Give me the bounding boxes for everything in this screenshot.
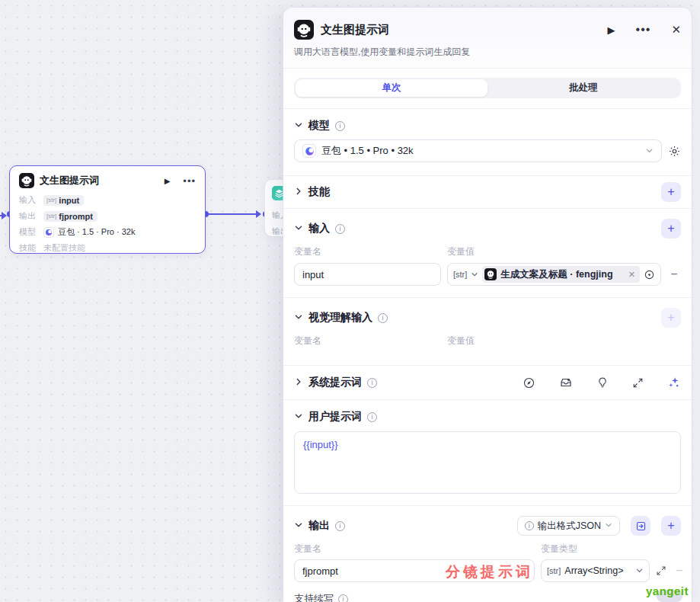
output-type-select[interactable]: [str] Array<String> <box>541 559 650 582</box>
system-prompt-section-title: 系统提示词 <box>308 376 362 389</box>
chevron-down-icon[interactable] <box>294 311 303 325</box>
info-icon: i <box>367 378 377 388</box>
output-name-field[interactable]: fjprompt <box>294 559 535 582</box>
output-format-label: 输出格式JSON <box>538 520 601 533</box>
chevron-down-icon <box>645 144 654 158</box>
col-variable-name: 变量名 <box>294 543 541 556</box>
mode-tabs: 单次 批处理 <box>294 78 681 98</box>
expand-icon[interactable] <box>656 565 666 576</box>
info-icon: i <box>335 224 345 234</box>
input-name-field[interactable]: input <box>294 263 441 286</box>
add-input-button[interactable]: + <box>661 219 681 239</box>
llm-node-card[interactable]: 文生图提示词 ▶ ••• 输入 [str]input 输出 [str]fjpro… <box>9 165 206 254</box>
chevron-down-icon[interactable] <box>294 119 303 133</box>
col-variable-name: 变量名 <box>294 335 447 347</box>
col-variable-value: 变量值 <box>447 335 475 347</box>
node-row-label: 输入 <box>19 194 37 206</box>
node-input-chip: [str]input <box>43 195 84 206</box>
chevron-right-icon[interactable] <box>294 376 303 389</box>
output-section-title: 输出 <box>308 519 330 533</box>
tab-batch[interactable]: 批处理 <box>487 79 679 97</box>
vision-input-section-title: 视觉理解输入 <box>308 311 372 325</box>
continuation-label: 支持续写 <box>294 592 334 602</box>
node-config-panel: 文生图提示词 ▶ ••• ✕ 调用大语言模型,使用变量和提示词生成回复 单次 批… <box>283 8 692 602</box>
model-settings-gear-icon[interactable] <box>668 145 681 158</box>
node-run-button[interactable]: ▶ <box>165 177 171 185</box>
node-row-label: 模型 <box>19 226 37 238</box>
panel-close-button[interactable]: ✕ <box>671 23 681 37</box>
node-more-button[interactable]: ••• <box>183 175 196 187</box>
model-select[interactable]: 豆包 • 1.5 • Pro • 32k <box>294 139 662 162</box>
input-value-selector[interactable]: [str] 生成文案及标题 · fengjing ✕ <box>447 263 661 286</box>
template-library-icon[interactable] <box>559 376 573 389</box>
chevron-right-icon[interactable] <box>294 185 303 199</box>
bot-icon <box>19 173 34 188</box>
type-tag: [str] <box>453 270 467 279</box>
model-name: 豆包 • 1.5 • Pro • 32k <box>321 144 640 158</box>
chevron-down-icon[interactable] <box>294 519 303 533</box>
bot-icon <box>294 20 314 40</box>
lightbulb-icon[interactable] <box>596 376 609 389</box>
tab-single[interactable]: 单次 <box>296 79 487 97</box>
input-section-title: 输入 <box>308 222 330 235</box>
output-format-select[interactable]: i 输出格式JSON <box>517 516 620 536</box>
ai-optimize-sparkle-icon[interactable] <box>667 376 681 389</box>
watermark-text: yangeit <box>646 584 689 597</box>
skills-section-title: 技能 <box>308 185 330 199</box>
chevron-down-icon <box>635 564 644 578</box>
node-row-label: 技能 <box>19 242 37 254</box>
info-icon: i <box>367 412 377 422</box>
user-prompt-section-title: 用户提示词 <box>308 410 362 424</box>
run-node-button[interactable]: ▶ <box>608 24 615 36</box>
col-variable-type: 变量类型 <box>541 543 577 556</box>
info-icon: i <box>335 121 345 131</box>
chevron-down-icon <box>471 267 478 281</box>
remove-output-row-button[interactable]: − <box>673 564 686 578</box>
expand-icon[interactable] <box>632 377 644 389</box>
node-skills-value: 未配置技能 <box>43 242 85 254</box>
node-row-label: 输出 <box>19 210 37 222</box>
info-icon: i <box>335 521 345 531</box>
add-output-button[interactable]: + <box>661 516 681 536</box>
panel-subtitle: 调用大语言模型,使用变量和提示词生成回复 <box>283 43 692 68</box>
info-icon: i <box>378 313 388 323</box>
edge-node1-node2 <box>209 213 257 215</box>
import-output-icon[interactable] <box>631 516 650 536</box>
node-model-value: 豆包 · 1.5 · Pro · 32k <box>43 226 135 238</box>
chevron-down-icon[interactable] <box>294 410 303 424</box>
type-tag: [str] <box>547 566 561 575</box>
locate-reference-icon[interactable] <box>644 269 655 280</box>
panel-title: 文生图提示词 <box>321 23 601 37</box>
user-prompt-editor[interactable]: {{input}} <box>294 431 681 494</box>
model-section-title: 模型 <box>308 119 330 133</box>
col-variable-name: 变量名 <box>294 245 447 258</box>
variable-reference-chip[interactable]: 生成文案及标题 · fengjing ✕ <box>482 266 640 283</box>
doubao-logo-icon <box>43 227 54 238</box>
output-type-value: Array<String> <box>564 565 631 576</box>
col-variable-value: 变量值 <box>447 245 475 258</box>
doubao-logo-icon <box>302 144 316 158</box>
chevron-down-icon[interactable] <box>294 222 303 235</box>
chevron-down-icon <box>605 520 612 531</box>
info-icon: i <box>525 521 534 530</box>
compass-icon[interactable] <box>523 376 535 389</box>
panel-more-button[interactable]: ••• <box>636 23 651 37</box>
remove-input-row-button[interactable]: − <box>667 267 681 281</box>
watermark: yangeit <box>646 584 689 598</box>
node-output-chip: [str]fjprompt <box>43 211 97 222</box>
bot-icon <box>484 268 497 280</box>
node-title: 文生图提示词 <box>40 174 159 187</box>
add-vision-input-button[interactable]: + <box>661 308 681 328</box>
info-icon: i <box>338 594 348 602</box>
remove-reference-icon[interactable]: ✕ <box>628 270 635 280</box>
reference-label: 生成文案及标题 · fengjing <box>500 268 612 281</box>
add-skill-button[interactable]: + <box>661 182 681 202</box>
